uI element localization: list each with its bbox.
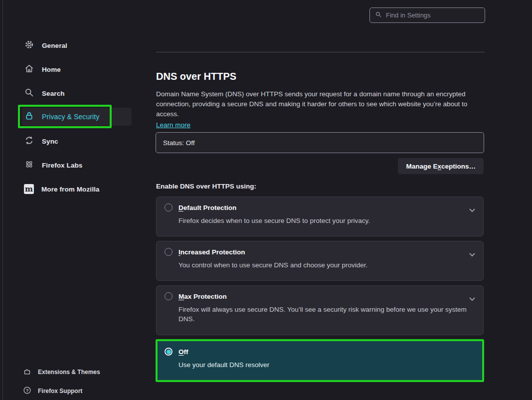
svg-text:?: ? [26, 388, 28, 393]
manage-exceptions-button[interactable]: Manage Exceptions… [398, 158, 484, 174]
radio-off-selected[interactable] [165, 348, 173, 356]
sidebar-item-label: General [42, 42, 67, 49]
option-description: Firefox will always use secure DNS. You’… [178, 305, 475, 324]
lock-icon [24, 111, 34, 123]
help-icon: ? [23, 386, 31, 397]
sidebar-item-label: More from Mozilla [41, 186, 99, 193]
option-card-default-protection[interactable]: Default Protection Firefox decides when … [156, 197, 484, 236]
sidebar-link-label: Firefox Support [38, 388, 82, 395]
sidebar-item-label: Search [42, 90, 65, 97]
sidebar-item-privacy-security[interactable]: Privacy & Security [22, 108, 132, 126]
sidebar-item-general[interactable]: General [22, 36, 132, 54]
sidebar-item-sync[interactable]: Sync [22, 132, 132, 150]
home-icon [24, 63, 34, 76]
dns-status-value: Status: Off [163, 139, 195, 147]
option-description: You control when to use secure DNS and c… [178, 260, 475, 270]
search-icon [375, 11, 382, 20]
learn-more-link[interactable]: Learn more [156, 121, 190, 129]
section-divider [156, 52, 485, 52]
option-card-off[interactable]: Off Use your default DNS resolver [158, 341, 482, 380]
labs-atom-icon [24, 159, 34, 172]
option-description: Firefox decides when to use secure DNS t… [178, 216, 475, 225]
sidebar-item-label: Home [42, 66, 61, 73]
sidebar-item-search[interactable]: Search [22, 84, 132, 102]
sidebar-item-more-from-mozilla[interactable]: m More from Mozilla [22, 180, 132, 198]
option-description: Use your default DNS resolver [178, 360, 475, 370]
sidebar-item-label: Firefox Labs [42, 162, 82, 169]
dns-status-box: Status: Off [156, 132, 484, 153]
option-card-increased-protection[interactable]: Increased Protection You control when to… [156, 241, 484, 281]
mozilla-m-icon: m [24, 184, 34, 194]
sidebar-item-firefox-labs[interactable]: Firefox Labs [22, 156, 132, 174]
radio-increased-protection[interactable] [165, 248, 173, 256]
find-in-settings-box[interactable] [369, 7, 485, 23]
sidebar-item-label: Privacy & Security [42, 113, 99, 121]
sidebar-item-home[interactable]: Home [22, 60, 132, 78]
sidebar-item-label: Sync [42, 138, 58, 145]
extensions-icon [23, 367, 31, 378]
dns-description-text: Domain Name System (DNS) over HTTPS send… [156, 89, 471, 119]
chevron-down-icon[interactable] [469, 205, 475, 214]
option-title: Increased Protection [178, 248, 245, 256]
chevron-down-icon[interactable] [469, 294, 475, 303]
sidebar-link-firefox-support[interactable]: ? Firefox Support [23, 384, 82, 398]
settings-sidebar: General Home Search Privacy & Se [0, 0, 150, 400]
chevron-down-icon[interactable] [469, 250, 475, 259]
radio-default-protection[interactable] [165, 203, 173, 211]
gear-icon [24, 39, 34, 52]
option-title: Default Protection [178, 204, 236, 211]
enable-dns-label: Enable DNS over HTTPS using: [156, 183, 256, 190]
radio-max-protection[interactable] [165, 292, 173, 300]
find-in-settings-input[interactable] [386, 11, 480, 19]
option-card-max-protection[interactable]: Max Protection Firefox will always use s… [156, 285, 484, 335]
option-title: Max Protection [178, 293, 227, 300]
sidebar-link-extensions-themes[interactable]: Extensions & Themes [23, 365, 100, 379]
sync-icon [24, 135, 34, 148]
option-title: Off [178, 348, 188, 356]
search-icon [24, 87, 34, 100]
sidebar-link-label: Extensions & Themes [38, 369, 100, 376]
page-title: DNS over HTTPS [156, 71, 236, 82]
